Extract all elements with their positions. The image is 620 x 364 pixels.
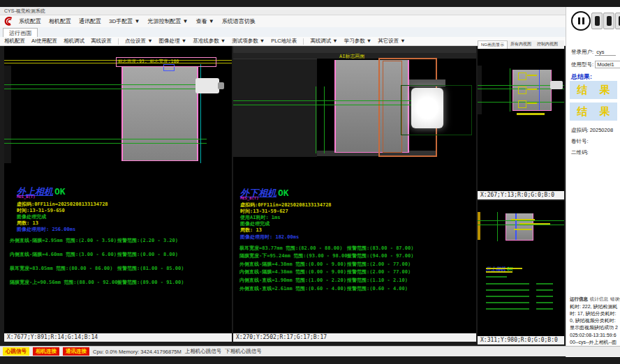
- toolbar-learning-params[interactable]: 学习参数 ▼: [344, 38, 372, 45]
- pixel-coordinate-readout: X:270;Y:2502;R:17;G:17;B:17: [233, 333, 476, 342]
- menu-item-light-control-config[interactable]: 光源控制配置 ▼: [147, 17, 188, 25]
- micro-label-yellow: [527, 103, 537, 104]
- tool-button-3[interactable]: [615, 13, 620, 29]
- model-value[interactable]: Model1: [595, 61, 620, 68]
- toolbar-image-processing[interactable]: 图像处理 ▼: [159, 38, 187, 45]
- measure-line-green-vertical: [510, 68, 510, 112]
- micro-label-yellow: [519, 223, 550, 225]
- edge-line-blue: [515, 213, 517, 240]
- small-camera-view-2[interactable]: 外上相机OK X:311;Y:980;R:0;G:0;B:0: [478, 201, 564, 344]
- qr-code-label: 二维码:: [571, 149, 589, 156]
- left-camera-view[interactable]: 标志高度:93, 标志宽度:100 外上相机OK MES_B(T) 虚拟码:0F…: [4, 46, 232, 342]
- menu-item-view[interactable]: 查看 ▼: [196, 17, 214, 25]
- process-time-line: 图像处理用时: 182.00ms: [240, 234, 299, 241]
- upper-camera-heartbeat: 上相机心跳信号: [185, 348, 222, 355]
- micro-text-yellow: [486, 271, 512, 273]
- tab-all-views[interactable]: 所有内视图: [508, 40, 534, 49]
- login-user-value: cys: [595, 49, 616, 56]
- toolbar-offline-settings[interactable]: 离线设置: [91, 38, 112, 45]
- tab-run-info[interactable]: 运行信息: [570, 296, 588, 303]
- app-logo-icon: [3, 16, 15, 26]
- toolbar-offline-debug[interactable]: 离线调试 ▼: [310, 38, 338, 45]
- mes-tag: MES_B(T): [17, 195, 36, 199]
- cpu-memory-readout: Cpu: 0.0% Memory: 3424.41796875M: [93, 349, 182, 355]
- virtual-code-row: 虚拟码: 20250208: [571, 127, 613, 134]
- result-status-ok: OK: [54, 186, 66, 197]
- pause-button[interactable]: [571, 11, 591, 31]
- measurement-row: 内侧直线-直线=1.90mm 范围:(1.00 - 2.20)报警范围:(1.1…: [239, 277, 476, 284]
- micro-label-yellow: [527, 75, 537, 76]
- tab-stat-info[interactable]: 统计信息: [590, 296, 608, 303]
- lower-camera-heartbeat: 下相机心跳信号: [225, 348, 262, 355]
- measure-line-green-vertical: [497, 212, 498, 241]
- micro-text-yellow: [486, 268, 522, 269]
- toolbar-separator: [303, 38, 304, 45]
- tool-button-2[interactable]: [603, 13, 614, 29]
- menu-item-system-config[interactable]: 系统配置: [19, 17, 41, 25]
- mes-tag: MES_B(T): [240, 196, 259, 200]
- measurement-row: 外侧直线-隔膜=4.38mm 范围:(0.00 - 9.00)报警范围:(2.0…: [239, 261, 476, 268]
- tab-control-views[interactable]: 控制内视图: [534, 40, 561, 49]
- tab-ng-display[interactable]: NG画面显示: [478, 40, 508, 49]
- toolbar-other-settings[interactable]: 其它设置 ▼: [378, 38, 406, 45]
- measure-line-green: [478, 225, 564, 225]
- edge-line-blue: [539, 70, 540, 110]
- center-camera-view[interactable]: AI标志画面 外下相机OK MES_B(T) 虚拟码:0FF11in=20250…: [233, 46, 476, 342]
- edge-strip-yellow: [478, 212, 480, 240]
- micro-text-green: [486, 283, 529, 285]
- pixel-coordinate-readout: X:267;Y:13;R:0;G:0;B:0: [478, 191, 564, 199]
- toolbar-baseline-params[interactable]: 基准线参数 ▼: [193, 38, 226, 45]
- measurement-row: 内侧直线-隔膜=4.38mm 范围:(0.00 - 9.00)报警范围:(2.0…: [239, 268, 476, 275]
- menu-item-comm-config[interactable]: 通讯配置: [79, 17, 101, 25]
- measure-line-green: [4, 143, 207, 144]
- workpiece-region: [505, 213, 533, 241]
- tab-error-info[interactable]: 错误信息: [610, 296, 620, 303]
- micro-label-yellow: [511, 219, 535, 220]
- toolbar-point-settings[interactable]: 点位设置 ▼: [125, 38, 153, 45]
- toolbar-ai-use-config[interactable]: AI使用配置: [31, 38, 57, 45]
- micro-text-green: [536, 302, 553, 303]
- tab-strip: 运行画面: [0, 27, 566, 38]
- measurement-row: 内侧直线-隔膜=4.60mm 范围:(3.00 - 6.00)报警范围:(0.0…: [10, 251, 232, 258]
- toolbar-camera-config[interactable]: 相机配置: [4, 38, 25, 45]
- window-title: CYS-视觉检测系统: [4, 8, 45, 13]
- measurement-row: 外侧直线-隔膜=2.95mm 范围:(2.00 - 3.50)报警范围:(2.2…: [10, 237, 232, 244]
- small-camera-view-1[interactable]: X:267;Y:13;R:0;G:0;B:0: [478, 49, 564, 199]
- overlay-measure-label: 标志高度:93, 标志宽度:100: [116, 57, 216, 67]
- toolbar-plc-address-table[interactable]: PLC地址表: [271, 38, 297, 45]
- micro-label-yellow: [527, 89, 537, 90]
- roi-box-yellow: [518, 73, 526, 80]
- status-bar: 心跳信号 相机连接 通讯连接 Cpu: 0.0% Memory: 3424.41…: [0, 346, 620, 356]
- micro-text-green: [486, 308, 529, 310]
- camera-link-badge: 相机连接: [33, 347, 59, 356]
- run-info-log[interactable]: 耗时: 222, 缺陷检测耗时: 17, 缺陷分类耗时: 0, 缺陷视频分类耗时…: [570, 303, 618, 347]
- roi-box-darkgreen: [401, 85, 472, 135]
- camera-image-texture: [233, 46, 476, 53]
- model-label: 使用型号:: [571, 61, 593, 68]
- pixel-coordinate-readout: X:7677;Y:891;R:14;G:14;B:14: [4, 333, 232, 342]
- info-tabs: 运行信息 统计信息 错误信息: [570, 296, 620, 303]
- roi-box-yellow: [518, 100, 526, 108]
- roi-box-orange-inner: [383, 61, 402, 153]
- micro-label-yellow: [514, 229, 532, 230]
- login-user-row: 登录用户: cys: [571, 49, 616, 56]
- menu-item-3d-hand-config[interactable]: 3D手配置 ▼: [109, 17, 140, 25]
- model-row: 使用型号: Model1: [571, 61, 620, 68]
- desktop-top-strip: [0, 0, 620, 7]
- measure-line-green: [4, 89, 207, 89]
- menu-item-camera-config[interactable]: 相机配置: [49, 17, 71, 25]
- tool-icon-2: [607, 16, 612, 26]
- toolbar-separator: [118, 38, 119, 45]
- right-sidebar: 登录用户: cys 使用型号: Model1 总结果: 结 果 结 果 虚拟码:…: [566, 7, 620, 357]
- pause-icon: [578, 17, 580, 24]
- micro-label-yellow: [517, 113, 545, 115]
- toolbar-camera-debug[interactable]: 相机调试: [64, 38, 84, 45]
- result-status-ok: OK: [278, 188, 289, 198]
- tool-button-1[interactable]: [591, 13, 603, 29]
- nozzle-object: [550, 81, 563, 89]
- measure-line-green-vertical: [316, 86, 316, 153]
- toolbar-test-params[interactable]: 测试项参数 ▼: [232, 38, 265, 45]
- measure-line-green: [4, 84, 207, 85]
- tab-run-screen[interactable]: 运行画面: [3, 28, 38, 38]
- menu-item-language-switch[interactable]: 系统语言切换: [222, 17, 256, 25]
